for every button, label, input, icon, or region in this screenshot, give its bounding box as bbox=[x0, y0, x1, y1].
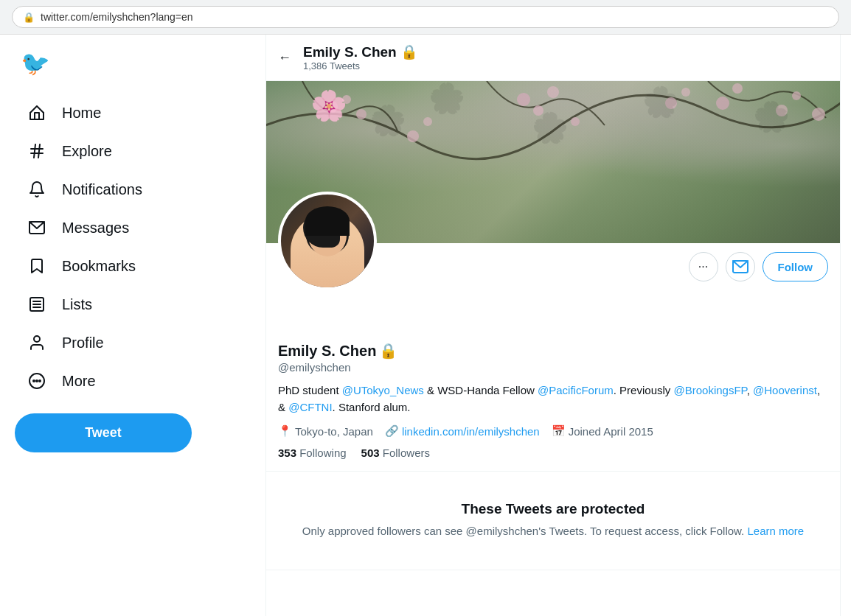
following-stat[interactable]: 353 Following bbox=[278, 447, 347, 459]
svg-point-21 bbox=[547, 86, 559, 98]
profile-info: Emily S. Chen 🔒 @emilyshchen PhD student… bbox=[278, 290, 828, 471]
bookmark-icon bbox=[27, 257, 47, 275]
sidebar-item-messages[interactable]: Messages bbox=[15, 210, 251, 245]
profile-handle: @emilyshchen bbox=[278, 361, 828, 374]
more-options-icon: ··· bbox=[698, 260, 708, 273]
profile-name: Emily S. Chen 🔒 bbox=[278, 342, 828, 360]
svg-point-25 bbox=[716, 97, 729, 110]
more-icon bbox=[27, 372, 47, 390]
messages-label: Messages bbox=[62, 220, 129, 237]
calendar-icon: 📅 bbox=[552, 424, 566, 438]
tweet-button[interactable]: Tweet bbox=[15, 413, 192, 452]
sidebar-item-bookmarks[interactable]: Bookmarks bbox=[15, 248, 251, 284]
header-lock-icon: 🔒 bbox=[400, 44, 418, 60]
svg-line-2 bbox=[34, 144, 35, 158]
following-label: Following bbox=[299, 447, 346, 459]
svg-point-18 bbox=[423, 117, 432, 126]
svg-point-19 bbox=[517, 93, 530, 106]
header-name: Emily S. Chen 🔒 bbox=[303, 43, 418, 60]
utokyo-link[interactable]: @UTokyo_News bbox=[342, 384, 424, 396]
lists-label: Lists bbox=[62, 296, 92, 313]
followers-stat[interactable]: 503 Followers bbox=[361, 447, 430, 459]
location-item: 📍 Tokyo-to, Japan bbox=[278, 424, 373, 438]
svg-point-20 bbox=[533, 105, 543, 116]
svg-point-16 bbox=[356, 109, 367, 119]
svg-point-9 bbox=[34, 336, 40, 342]
sidebar-item-lists[interactable]: Lists bbox=[15, 287, 251, 322]
followers-count: 503 bbox=[361, 447, 380, 459]
avatar bbox=[278, 192, 377, 290]
main-content: ← Emily S. Chen 🔒 1,386 Tweets bbox=[265, 35, 841, 616]
sidebar-item-notifications[interactable]: Notifications bbox=[15, 172, 251, 207]
joined-text: Joined April 2015 bbox=[569, 425, 653, 438]
link-icon: 🔗 bbox=[385, 424, 399, 438]
person-icon bbox=[27, 334, 47, 351]
explore-label: Explore bbox=[62, 143, 112, 160]
sidebar-item-more[interactable]: More bbox=[15, 363, 251, 399]
more-options-button[interactable]: ··· bbox=[689, 252, 718, 281]
protected-section: These Tweets are protected Only approved… bbox=[266, 472, 840, 570]
mail-icon bbox=[27, 219, 47, 237]
profile-meta: 📍 Tokyo-to, Japan 🔗 linkedin.com/in/emil… bbox=[278, 424, 828, 438]
browser-lock-icon: 🔒 bbox=[23, 12, 35, 23]
app-container: 🐦 Home Explore Notifications Messages bbox=[0, 35, 851, 616]
address-bar[interactable]: 🔒 twitter.com/emilyshchen?lang=en bbox=[12, 6, 839, 28]
more-label: More bbox=[62, 373, 96, 390]
notifications-label: Notifications bbox=[62, 181, 142, 198]
svg-point-24 bbox=[681, 88, 690, 97]
profile-header-top: ← Emily S. Chen 🔒 1,386 Tweets bbox=[266, 35, 840, 81]
website-link[interactable]: linkedin.com/in/emilyshchen bbox=[402, 425, 540, 438]
svg-point-17 bbox=[407, 130, 419, 142]
svg-point-11 bbox=[33, 380, 35, 382]
svg-point-13 bbox=[39, 380, 41, 382]
followers-label: Followers bbox=[383, 447, 430, 459]
hashtag-icon bbox=[27, 142, 47, 160]
svg-point-26 bbox=[732, 83, 743, 94]
cftni-link[interactable]: @CFTNI bbox=[288, 401, 332, 413]
location-icon: 📍 bbox=[278, 424, 292, 438]
svg-line-3 bbox=[38, 144, 40, 158]
svg-point-15 bbox=[342, 95, 351, 104]
avatar-container bbox=[278, 192, 377, 290]
profile-stats: 353 Following 503 Followers bbox=[278, 447, 828, 459]
location-text: Tokyo-to, Japan bbox=[295, 425, 373, 438]
header-info: Emily S. Chen 🔒 1,386 Tweets bbox=[303, 43, 418, 71]
sidebar: 🐦 Home Explore Notifications Messages bbox=[0, 35, 265, 616]
protected-heading: These Tweets are protected bbox=[278, 501, 828, 517]
list-icon bbox=[27, 295, 47, 313]
sidebar-item-profile[interactable]: Profile bbox=[15, 325, 251, 360]
pacific-link[interactable]: @PacificForum bbox=[538, 384, 614, 396]
message-icon bbox=[732, 258, 749, 276]
follow-button[interactable]: Follow bbox=[763, 252, 829, 281]
following-count: 353 bbox=[278, 447, 296, 459]
hoover-link[interactable]: @Hooverinst bbox=[753, 384, 817, 396]
svg-point-28 bbox=[792, 91, 801, 100]
brookings-link[interactable]: @BrookingsFP bbox=[673, 384, 746, 396]
svg-point-27 bbox=[776, 105, 788, 116]
website-item: 🔗 linkedin.com/in/emilyshchen bbox=[385, 424, 540, 438]
twitter-logo[interactable]: 🐦 bbox=[15, 43, 251, 83]
tweet-count: 1,386 Tweets bbox=[303, 60, 418, 71]
svg-point-23 bbox=[665, 97, 677, 109]
bell-icon bbox=[27, 181, 47, 198]
back-button[interactable]: ← bbox=[278, 50, 291, 66]
sidebar-item-home[interactable]: Home bbox=[15, 95, 251, 130]
sidebar-item-explore[interactable]: Explore bbox=[15, 133, 251, 169]
profile-lock-icon: 🔒 bbox=[379, 342, 397, 360]
learn-more-link[interactable]: Learn more bbox=[747, 525, 804, 537]
svg-point-12 bbox=[36, 380, 38, 382]
profile-bio: PhD student @UTokyo_News & WSD-Handa Fel… bbox=[278, 382, 828, 416]
browser-bar: 🔒 twitter.com/emilyshchen?lang=en bbox=[0, 0, 851, 35]
bookmarks-label: Bookmarks bbox=[62, 258, 136, 275]
profile-label: Profile bbox=[62, 335, 104, 351]
svg-point-29 bbox=[812, 108, 825, 121]
joined-item: 📅 Joined April 2015 bbox=[552, 424, 653, 438]
svg-point-22 bbox=[571, 117, 580, 126]
protected-text: Only approved followers can see @emilysh… bbox=[278, 523, 828, 540]
svg-point-14 bbox=[326, 101, 338, 113]
message-button[interactable] bbox=[726, 252, 755, 281]
home-icon bbox=[27, 104, 47, 122]
home-label: Home bbox=[62, 105, 101, 122]
profile-area: ··· Follow Emily S. Chen 🔒 @emilyshchen bbox=[266, 243, 840, 472]
url-text: twitter.com/emilyshchen?lang=en bbox=[41, 11, 193, 23]
